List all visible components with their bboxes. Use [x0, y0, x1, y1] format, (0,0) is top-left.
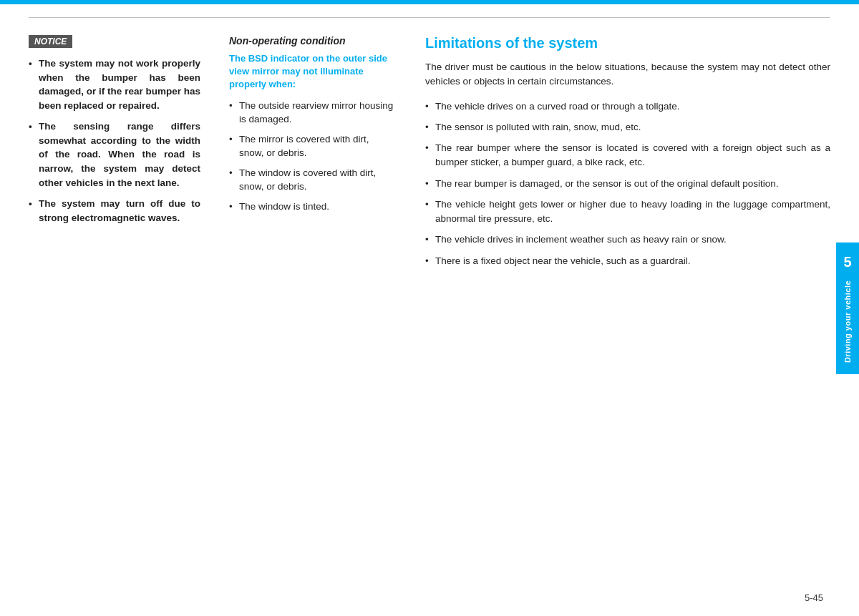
list-item: The outside rearview mirror housing is d… [229, 99, 394, 127]
list-item: The vehicle height gets lower or higher … [425, 197, 830, 227]
list-item: The vehicle drives on a curved road or t… [425, 99, 830, 114]
right-column: Limitations of the system The driver mus… [408, 35, 830, 600]
list-item: The rear bumper where the sensor is loca… [425, 141, 830, 170]
list-item: The vehicle drives in inclement weather … [425, 233, 830, 247]
side-tab: 5 Driving your vehicle [836, 242, 859, 373]
top-bar [0, 0, 859, 4]
side-tab-number: 5 [843, 253, 851, 270]
list-item: The system may turn off due to strong el… [29, 197, 200, 225]
list-item: The system may not work properly when th… [29, 57, 200, 112]
non-operating-title: Non-operating condition [229, 35, 394, 47]
page-content: NOTICE The system may not work properly … [0, 18, 859, 615]
side-tab-text: Driving your vehicle [843, 280, 852, 362]
notice-list: The system may not work properly when th… [29, 57, 200, 225]
limitations-intro: The driver must be cautious in the below… [425, 60, 830, 89]
limitations-list: The vehicle drives on a curved road or t… [425, 99, 830, 268]
limitations-title: Limitations of the system [425, 35, 830, 52]
middle-column: Non-operating condition The BSD indicato… [215, 35, 408, 600]
list-item: The window is covered with dirt, snow, o… [229, 166, 394, 194]
list-item: The mirror is covered with dirt, snow, o… [229, 132, 394, 160]
notice-badge: NOTICE [29, 35, 72, 48]
list-item: The window is tinted. [229, 200, 394, 214]
list-item: The sensing range differs somewhat accor… [29, 119, 200, 190]
bsd-warning: The BSD indicator on the outer side view… [229, 52, 394, 92]
list-item: There is a fixed object near the vehicle… [425, 254, 830, 268]
left-column: NOTICE The system may not work properly … [29, 35, 215, 600]
non-operating-list: The outside rearview mirror housing is d… [229, 99, 394, 214]
list-item: The rear bumper is damaged, or the senso… [425, 177, 830, 191]
page-number: 5-45 [805, 592, 823, 603]
list-item: The sensor is polluted with rain, snow, … [425, 120, 830, 135]
